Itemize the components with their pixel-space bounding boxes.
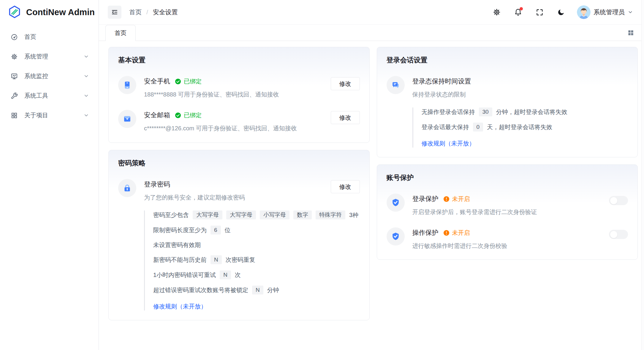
shield-check-icon: [387, 227, 405, 246]
rule-text: 3种: [349, 211, 358, 219]
rule-value-chip: N: [220, 270, 231, 279]
rule-row: 新密码不能与历史前 N 次密码重复: [153, 255, 360, 264]
rule-text: 新密码不能与历史前: [153, 256, 207, 264]
header-actions: 系统管理员: [491, 5, 633, 19]
breadcrumb-home[interactable]: 首页: [129, 8, 142, 16]
card-session-settings: 登录会话设置 登录态保持时间设置: [377, 47, 638, 157]
rule-text: 次密码重复: [226, 256, 255, 264]
scrollbar[interactable]: [641, 0, 644, 350]
app-title: ContiNew Admin: [26, 7, 95, 17]
right-column: 登录会话设置 登录态保持时间设置: [377, 47, 638, 343]
tab-label: 首页: [115, 29, 126, 37]
chevron-down-icon: [83, 73, 89, 79]
setting-row-secure-phone: 安全手机 已绑定 188****8888 可用于身份验证、密码找回、通知接收 修…: [118, 76, 360, 99]
notification-badge: [520, 7, 523, 10]
password-rules: 密码至少包含 大写字母 大写字母 小写字母 数字 特殊字符 3种 限制密码长度至…: [144, 210, 360, 311]
notifications-button[interactable]: [513, 7, 523, 18]
sidebar-item-about-project[interactable]: 关于项目: [4, 107, 94, 123]
status-badge: 未开启: [443, 195, 470, 203]
setting-desc: 进行敏感操作时需进行二次身份校验: [412, 242, 609, 250]
setting-desc: 保持登录状态的限制: [412, 91, 628, 99]
edit-rules-link[interactable]: 修改规则（未开放）: [422, 140, 475, 148]
rule-text: 1小时内密码错误可重试: [153, 271, 216, 279]
rule-value-chip: 6: [211, 226, 221, 235]
menu-fold-button[interactable]: [108, 6, 121, 19]
rule-text: 天，超时登录会话将失效: [487, 123, 552, 131]
chat-icon: [387, 76, 405, 94]
rule-tag: 大写字母: [193, 210, 222, 219]
setting-row-operation-protection: 操作保护 未开启 进行敏感操作时需进行二次身份校验: [387, 227, 628, 250]
card-title: 登录会话设置: [387, 56, 628, 65]
rule-text: 分钟: [267, 286, 279, 294]
rule-row: 登录会话最大保持 0 天，超时登录会话将失效: [422, 123, 628, 132]
setting-body: 登录态保持时间设置 保持登录状态的限制: [412, 76, 628, 99]
wrench-icon: [11, 92, 18, 99]
status-badge: 未开启: [443, 229, 470, 237]
setting-desc: c********@126.com 可用于身份验证、密码找回、通知接收: [144, 124, 331, 132]
login-protection-toggle[interactable]: [609, 196, 628, 205]
edit-password-button[interactable]: 修改: [331, 180, 360, 193]
setting-desc: 为了您的账号安全，建议定期修改密码: [144, 194, 331, 202]
dark-mode-button[interactable]: [556, 7, 566, 18]
check-circle-icon: [175, 78, 181, 85]
settings-button[interactable]: [491, 7, 502, 18]
sidebar-item-label: 关于项目: [24, 111, 77, 119]
app-logo[interactable]: ContiNew Admin: [0, 0, 99, 25]
operation-protection-toggle[interactable]: [609, 230, 628, 239]
status-text: 已绑定: [184, 111, 202, 119]
tab-bar: 首页: [99, 25, 641, 41]
session-rules: 无操作登录会话保持 30 分钟，超时登录会话将失效 登录会话最大保持 0 天，超…: [412, 107, 628, 148]
rule-text: 未设置密码有效期: [153, 241, 201, 249]
rule-text: 位: [225, 226, 231, 234]
fullscreen-icon: [536, 8, 544, 16]
rule-text: 限制密码长度至少为: [153, 226, 207, 234]
rule-row: 限制密码长度至少为 6 位: [153, 226, 360, 235]
sidebar-item-system-monitor[interactable]: 系统监控: [4, 68, 94, 84]
user-name: 系统管理员: [594, 8, 625, 16]
breadcrumb-separator: /: [146, 9, 148, 16]
setting-row-login-protection: 登录保护 未开启 开启登录保护后，账号登录需进行二次身份验证: [387, 194, 628, 216]
apps-icon: [11, 112, 18, 119]
setting-body: 安全邮箱 已绑定 c********@126.com 可用于身份验证、密码找回、…: [144, 110, 331, 132]
edit-email-button[interactable]: 修改: [331, 111, 360, 124]
user-menu[interactable]: 系统管理员: [577, 5, 633, 19]
rule-text: 超过错误密码重试次数账号将被锁定: [153, 286, 248, 294]
edit-rules-link[interactable]: 修改规则（未开放）: [153, 303, 207, 311]
main-area: 首页 / 安全设置: [99, 0, 641, 350]
tab-home[interactable]: 首页: [105, 25, 136, 41]
phone-icon: [118, 76, 136, 94]
sidebar-item-system-tools[interactable]: 系统工具: [4, 88, 94, 104]
setting-body: 安全手机 已绑定 188****8888 可用于身份验证、密码找回、通知接收: [144, 76, 331, 99]
rule-row: 1小时内密码错误可重试 N 次: [153, 270, 360, 279]
sidebar-item-label: 系统工具: [24, 92, 77, 100]
setting-row-login-password: 登录密码 为了您的账号安全，建议定期修改密码 修改: [118, 179, 360, 202]
edit-phone-button[interactable]: 修改: [331, 77, 360, 90]
card-title: 账号保护: [387, 173, 628, 182]
gear-icon: [493, 8, 501, 16]
monitor-icon: [11, 73, 18, 80]
avatar: [577, 5, 591, 19]
sidebar-item-system-management[interactable]: 系统管理: [4, 48, 94, 65]
status-badge: 已绑定: [175, 77, 202, 85]
sidebar: ContiNew Admin 首页 系统管理 系统监控: [0, 0, 99, 350]
moon-icon: [557, 8, 565, 16]
rule-tag: 特殊字符: [316, 210, 345, 219]
grid-icon: [627, 29, 634, 36]
sidebar-item-home[interactable]: 首页: [4, 29, 94, 45]
dashboard-icon: [11, 34, 18, 41]
rule-value-chip: 0: [473, 123, 483, 132]
setting-body: 登录密码 为了您的账号安全，建议定期修改密码: [144, 179, 331, 202]
sidebar-item-label: 首页: [24, 33, 89, 41]
setting-title: 安全邮箱: [144, 111, 170, 120]
rule-text: 密码至少包含: [153, 211, 189, 219]
setting-title: 登录密码: [144, 180, 170, 189]
setting-desc: 开启登录保护后，账号登录需进行二次身份验证: [412, 208, 609, 216]
setting-desc: 188****8888 可用于身份验证、密码找回、通知接收: [144, 91, 331, 99]
status-text: 已绑定: [184, 77, 202, 85]
rule-value-chip: N: [211, 255, 222, 264]
fullscreen-button[interactable]: [534, 7, 545, 18]
rule-row: 密码至少包含 大写字母 大写字母 小写字母 数字 特殊字符 3种: [153, 210, 360, 219]
rule-text: 登录会话最大保持: [422, 123, 469, 131]
tab-actions-button[interactable]: [627, 29, 641, 36]
sidebar-menu: 首页 系统管理 系统监控 系统工具: [0, 25, 99, 127]
